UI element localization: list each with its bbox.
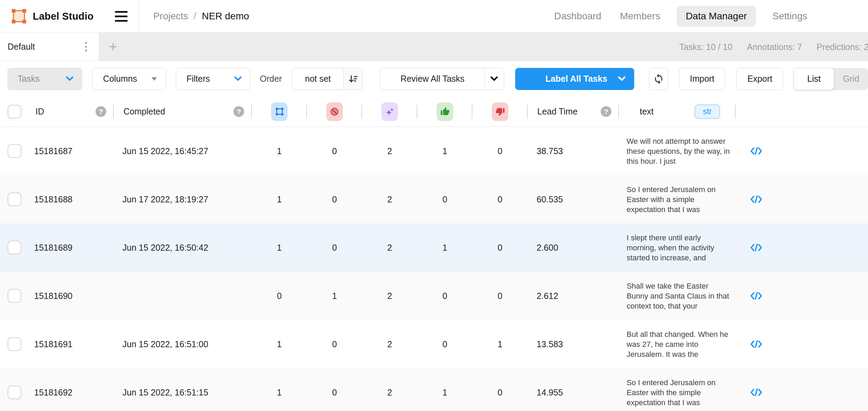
- columns-dropdown-button[interactable]: Columns: [92, 68, 166, 90]
- table-row[interactable]: 15181690 0 1 2 0 0 2.612 Shall we take t…: [0, 272, 868, 320]
- text-snippet: Shall we take the Easter Bunny and Santa…: [627, 281, 731, 311]
- add-tab-button[interactable]: +: [99, 33, 128, 61]
- help-icon[interactable]: ?: [96, 106, 106, 117]
- order-label: Order: [260, 74, 282, 84]
- table-row[interactable]: 15181687 Jun 15 2022, 16:45:27 1 0 2 1 0…: [0, 127, 868, 175]
- completed-date: Jun 17 2022, 18:19:27: [114, 175, 252, 223]
- label-studio-logo-icon: [11, 9, 27, 24]
- accepted-count: 1: [417, 223, 472, 272]
- review-all-tasks-label: Review All Tasks: [380, 74, 485, 84]
- sort-direction-button[interactable]: [343, 68, 362, 90]
- header-column-annotations[interactable]: [252, 97, 307, 127]
- export-button[interactable]: Export: [736, 68, 783, 90]
- table-row[interactable]: 15181692 Jun 15 2022, 16:51:15 1 0 2 1 0…: [0, 368, 868, 411]
- header-column-rejected[interactable]: [472, 97, 528, 127]
- header-column-predictions[interactable]: [362, 97, 417, 127]
- row-checkbox[interactable]: [8, 337, 21, 351]
- import-button[interactable]: Import: [679, 68, 726, 90]
- completed-date: [114, 272, 252, 320]
- tasks-dropdown-button[interactable]: Tasks: [8, 68, 82, 90]
- hamburger-menu-icon[interactable]: [115, 11, 128, 22]
- cancelled-count: 0: [307, 320, 362, 368]
- help-icon[interactable]: ?: [601, 106, 611, 117]
- task-id: 15181688: [26, 175, 114, 223]
- toolbar: Tasks Columns Filters Order not set: [0, 61, 868, 97]
- thumbs-up-icon: [437, 102, 453, 121]
- string-type-badge: str: [695, 104, 720, 119]
- export-label: Export: [747, 74, 772, 84]
- breadcrumb-projects[interactable]: Projects: [153, 11, 188, 22]
- code-icon[interactable]: [750, 291, 762, 300]
- text-snippet: I slept there until early morning, when …: [627, 233, 731, 263]
- row-checkbox[interactable]: [8, 241, 21, 254]
- breadcrumb-separator: /: [194, 11, 197, 22]
- tab-default[interactable]: Default: [0, 33, 99, 61]
- header-column-lead-time[interactable]: Lead Time ?: [528, 97, 619, 127]
- nav-item-dashboard[interactable]: Dashboard: [552, 6, 603, 27]
- lead-time-value: 13.583: [528, 320, 619, 368]
- header-column-text[interactable]: text str: [619, 97, 736, 127]
- predictions-count: 2: [362, 223, 417, 272]
- header-divider: [139, 0, 139, 33]
- nav-item-members[interactable]: Members: [618, 6, 662, 27]
- label-all-tasks-button[interactable]: Label All Tasks: [515, 68, 634, 90]
- data-manager-screen: Label Studio Projects / NER demo Dashboa…: [0, 0, 868, 411]
- filters-dropdown-button[interactable]: Filters: [176, 68, 250, 90]
- import-label: Import: [690, 74, 715, 84]
- nav-item-data-manager[interactable]: Data Manager: [677, 6, 756, 27]
- view-toggle-list[interactable]: List: [794, 68, 834, 90]
- help-icon[interactable]: ?: [233, 106, 244, 117]
- kebab-menu-icon[interactable]: [82, 41, 90, 53]
- code-icon[interactable]: [750, 243, 762, 252]
- accepted-count: 1: [417, 368, 472, 411]
- header-column-cancelled[interactable]: [307, 97, 362, 127]
- columns-dropdown-label: Columns: [103, 74, 137, 84]
- predictions-count: 2: [362, 368, 417, 411]
- cancelled-count: 0: [307, 127, 362, 175]
- table-row[interactable]: 15181691 Jun 15 2022, 16:51:00 1 0 2 0 1…: [0, 320, 868, 368]
- completed-date: Jun 15 2022, 16:50:42: [114, 223, 252, 272]
- code-icon[interactable]: [750, 147, 762, 156]
- code-icon[interactable]: [750, 388, 762, 397]
- lead-time-value: 38.753: [528, 127, 619, 175]
- order-button[interactable]: not set: [292, 68, 363, 90]
- header-column-completed[interactable]: Completed ?: [114, 97, 252, 127]
- nav-item-settings[interactable]: Settings: [770, 6, 809, 27]
- task-id: 15181691: [26, 320, 114, 368]
- header-column-accepted[interactable]: [417, 97, 472, 127]
- task-id: 15181690: [26, 272, 114, 320]
- sparkles-icon: [381, 102, 398, 121]
- view-toggle: List Grid: [794, 68, 868, 90]
- review-all-tasks-button[interactable]: Review All Tasks: [380, 68, 504, 90]
- row-checkbox[interactable]: [8, 385, 21, 399]
- review-dropdown-toggle[interactable]: [485, 68, 504, 90]
- column-text-label: text: [640, 107, 654, 117]
- stat-tasks: Tasks: 10 / 10: [679, 42, 732, 52]
- code-icon[interactable]: [750, 340, 762, 349]
- order-value: not set: [292, 74, 343, 84]
- completed-date: Jun 15 2022, 16:51:15: [114, 368, 252, 411]
- refresh-button[interactable]: [649, 68, 668, 90]
- sort-descending-icon: [348, 74, 358, 84]
- code-icon[interactable]: [750, 195, 762, 204]
- row-checkbox[interactable]: [8, 192, 21, 206]
- row-checkbox[interactable]: [8, 289, 21, 303]
- table-row[interactable]: 15181688 Jun 17 2022, 18:19:27 1 0 2 0 0…: [0, 175, 868, 223]
- thumbs-down-icon: [492, 102, 508, 121]
- view-toggle-grid[interactable]: Grid: [834, 74, 868, 84]
- stat-annotations: Annotations: 7: [747, 42, 802, 52]
- header-column-id[interactable]: ID ?: [26, 97, 114, 127]
- lead-time-value: 2.612: [528, 272, 619, 320]
- stat-predictions: Predictions: 20: [817, 42, 868, 52]
- task-id: 15181689: [26, 223, 114, 272]
- tab-bar: Default + Tasks: 10 / 10 Annotations: 7 …: [0, 33, 868, 61]
- row-checkbox[interactable]: [8, 144, 21, 158]
- table-header: ID ? Completed ?: [0, 97, 868, 127]
- table-row[interactable]: 15181689 Jun 15 2022, 16:50:42 1 0 2 1 0…: [0, 223, 868, 272]
- lead-time-value: 2.600: [528, 223, 619, 272]
- breadcrumb-current-project: NER demo: [202, 11, 249, 22]
- accepted-count: 0: [417, 272, 472, 320]
- select-all-checkbox[interactable]: [8, 105, 21, 119]
- rejected-count: 0: [472, 272, 528, 320]
- header-select-all: [0, 97, 26, 127]
